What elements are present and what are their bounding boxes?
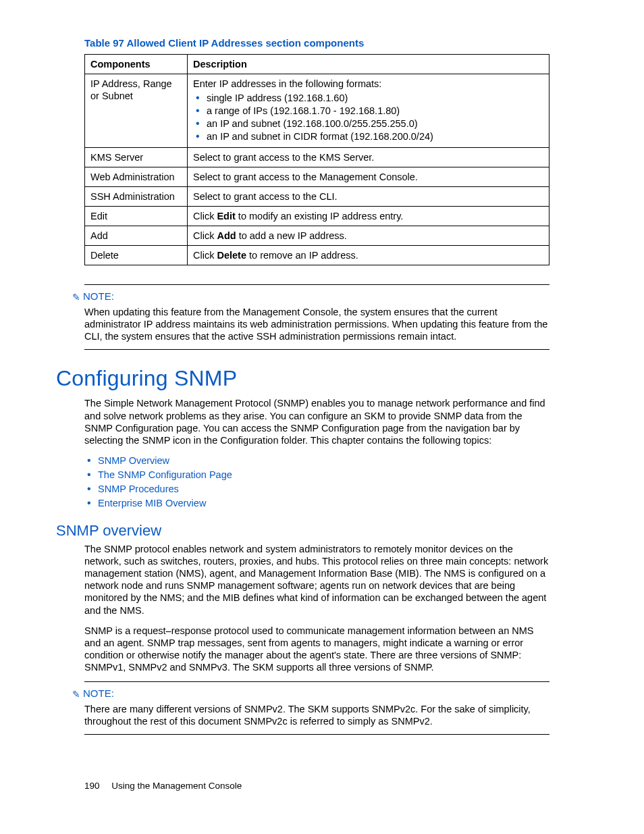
topic-link[interactable]: Enterprise MIB Overview: [98, 497, 549, 509]
bullet-item: single IP address (192.168.1.60): [207, 92, 543, 104]
cell-description: Click Edit to modify an existing IP addr…: [188, 206, 549, 226]
cell-component: Web Administration: [85, 167, 188, 186]
topic-link[interactable]: The SNMP Configuration Page: [98, 469, 549, 481]
note-block: ✎ NOTE: When updating this feature from …: [84, 284, 549, 350]
cell-component: KMS Server: [85, 147, 188, 167]
cell-component: Delete: [85, 246, 188, 265]
bullet-item: a range of IPs (192.168.1.70 - 192.168.1…: [207, 105, 543, 117]
note-block: ✎ NOTE: There are many different version…: [84, 681, 549, 735]
overview-paragraph-1: The SNMP protocol enables network and sy…: [84, 543, 549, 617]
cell-description: Enter IP addresses in the following form…: [188, 74, 549, 147]
heading-snmp-overview: SNMP overview: [56, 521, 549, 540]
page-number: 190: [84, 781, 100, 791]
cell-component: IP Address, Range or Subnet: [85, 74, 188, 147]
page-footer: 190 Using the Management Console: [84, 781, 242, 792]
topic-link[interactable]: SNMP Overview: [98, 454, 549, 467]
cell-intro: Enter IP addresses in the following form…: [193, 78, 381, 89]
cell-description: Select to grant access to the Management…: [188, 167, 549, 186]
note-label: NOTE:: [83, 290, 114, 303]
cell-description: Select to grant access to the CLI.: [188, 186, 549, 206]
note-heading: ✎ NOTE:: [72, 290, 549, 303]
cell-description: Click Delete to remove an IP address.: [188, 246, 549, 265]
table-row: KMS Server Select to grant access to the…: [85, 147, 549, 167]
table-header-description: Description: [188, 54, 549, 74]
table-row: Web Administration Select to grant acces…: [85, 167, 549, 186]
note-icon: ✎: [72, 689, 80, 701]
cell-description: Click Add to add a new IP address.: [188, 226, 549, 246]
table-row: Edit Click Edit to modify an existing IP…: [85, 206, 549, 226]
table-row: SSH Administration Select to grant acces…: [85, 186, 549, 206]
cell-component: Add: [85, 226, 188, 246]
table-row: Add Click Add to add a new IP address.: [85, 226, 549, 246]
cell-component: SSH Administration: [85, 186, 188, 206]
footer-title: Using the Management Console: [111, 781, 242, 791]
topic-link[interactable]: SNMP Procedures: [98, 483, 549, 495]
bullet-item: an IP and subnet in CIDR format (192.168…: [207, 130, 543, 142]
table-row: IP Address, Range or Subnet Enter IP add…: [85, 74, 549, 147]
overview-paragraph-2: SNMP is a request–response protocol used…: [84, 625, 549, 674]
heading-configuring-snmp: Configuring SNMP: [56, 365, 549, 392]
note-label: NOTE:: [83, 687, 114, 700]
components-table: Components Description IP Address, Range…: [84, 54, 549, 266]
cell-bullet-list: single IP address (192.168.1.60) a range…: [193, 92, 543, 143]
cell-description: Select to grant access to the KMS Server…: [188, 147, 549, 167]
topic-link-list: SNMP Overview The SNMP Configuration Pag…: [84, 454, 549, 510]
note-icon: ✎: [72, 292, 80, 304]
note-body: When updating this feature from the Mana…: [84, 306, 549, 342]
table-row: Delete Click Delete to remove an IP addr…: [85, 246, 549, 265]
note-body: There are many different versions of SNM…: [84, 703, 549, 727]
table-caption: Table 97 Allowed Client IP Addresses sec…: [84, 37, 549, 50]
bullet-item: an IP and subnet (192.168.100.0/255.255.…: [207, 118, 543, 130]
cell-component: Edit: [85, 206, 188, 226]
note-heading: ✎ NOTE:: [72, 687, 549, 700]
intro-paragraph: The Simple Network Management Protocol (…: [84, 397, 549, 446]
table-header-components: Components: [85, 54, 188, 74]
